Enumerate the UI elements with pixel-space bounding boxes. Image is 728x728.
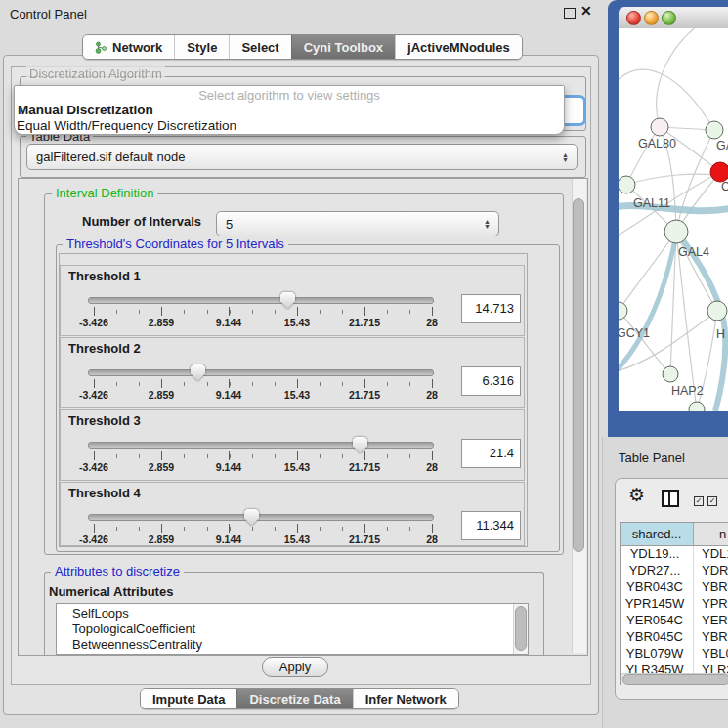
threshold-1-slider-thumb[interactable] [280,292,295,309]
node-hap2 [663,366,678,382]
table-hscrollbar-thumb[interactable] [622,674,728,685]
table-panel-container: ⚙ ✓ ✓ shared... n YDL19... YDL1 YDR27...… [615,478,728,700]
tick-label: 15.43 [268,317,326,328]
gear-icon[interactable]: ⚙ [628,484,645,506]
tab-network[interactable]: Network [83,35,174,59]
node-label: H [716,327,725,341]
node-label: GAL4 [678,245,709,259]
tick-label: 21.715 [335,534,394,545]
table-cell[interactable]: YLR345W [621,663,689,673]
threshold-4-slider-track[interactable] [88,514,434,521]
table-cell[interactable]: YBR045C [621,629,689,644]
tab-impute-data[interactable]: Impute Data [141,689,236,708]
settings-vscrollbar-thumb[interactable] [573,198,584,552]
network-window-titlebar[interactable] [619,7,728,29]
tab-infer-network[interactable]: Infer Network [353,689,458,708]
tick-label: 9.144 [199,534,258,545]
tick-label: 9.144 [199,389,258,401]
minimize-traffic-light-icon[interactable] [644,11,659,25]
node-label: GA [716,139,728,152]
list-item[interactable]: TopologicalCoefficient [57,621,528,637]
table-cell[interactable]: YPR1 [702,596,728,611]
tick-label: 9.144 [199,317,258,328]
tab-jactivemnodules[interactable]: jActiveMNodules [395,35,522,59]
network-canvas[interactable]: GAL80 GA C GAL11 GAL4 GCY1 H HAP2 [619,28,728,411]
tick-label: 2.859 [132,461,191,473]
tab-select[interactable]: Select [229,35,290,59]
threshold-1-value-field[interactable]: 14.713 [461,294,521,323]
threshold-2-value-field[interactable]: 6.316 [461,366,521,396]
tick-label: 21.715 [335,317,394,328]
node-label: C [721,180,728,193]
node-gal80 [651,118,668,136]
tick-label: 28 [403,534,461,545]
table-data-combo[interactable]: galFiltered.sif default node ▲▼ [26,144,578,170]
node-label: GCY1 [619,326,650,340]
attributes-vscrollbar-thumb[interactable] [515,606,527,651]
node-red [710,162,728,182]
threshold-3-slider-track[interactable] [88,442,434,449]
table-cell[interactable]: YDR2 [702,563,728,578]
threshold-2-slider-track[interactable] [88,369,434,376]
threshold-2-slider-thumb[interactable] [191,364,205,381]
column-header-name-label: n [719,523,726,545]
dropdown-option-manual[interactable]: Manual Discretization [15,103,564,117]
table-cell[interactable]: YPR145W [621,596,689,611]
threshold-4-slider-thumb[interactable] [244,509,259,526]
close-traffic-light-icon[interactable] [626,11,641,25]
table-data-combo-value: galFiltered.sif default node [27,150,559,164]
threshold-2-label: Threshold 2 [68,341,141,356]
tab-style[interactable]: Style [174,35,229,59]
tab-cyni-toolbox[interactable]: Cyni Toolbox [291,35,395,59]
algorithm-dropdown-popup: Select algorithm to view settings Manual… [14,85,565,135]
tick-label: 2.859 [132,534,191,545]
tab-impute-data-label: Impute Data [152,692,225,707]
dropdown-option-equal-width[interactable]: Equal Width/Frequency Discretization [15,118,564,133]
table-cell[interactable]: YBR0 [702,579,728,594]
thresholds-group-title: Threshold's Coordinates for 5 Intervals [63,237,288,251]
threshold-panel-2: Threshold 2 -3.426 2.859 9.144 15.43 21.… [60,337,525,408]
tick-label: 15.43 [268,534,326,545]
threshold-3-value-field[interactable]: 21.4 [461,439,521,468]
tab-style-label: Style [187,40,217,55]
list-item[interactable]: BetweennessCentrality [57,637,528,653]
column-header-name[interactable]: n [694,523,728,546]
tab-infer-network-label: Infer Network [365,692,447,707]
tab-select-label: Select [241,40,278,55]
tick-label: -3.426 [64,461,123,473]
zoom-traffic-light-icon[interactable] [662,11,676,25]
tick-label: 9.144 [199,461,258,473]
attributes-group-title: Attributes to discretize [51,565,184,578]
threshold-3-label: Threshold 3 [68,413,141,428]
minor-ticks [94,310,433,314]
float-window-icon[interactable] [564,8,576,19]
table-cell[interactable]: YBL079W [621,646,689,661]
control-panel-titlebar: Control Panel ✕ [0,0,606,27]
column-header-shared-name[interactable]: shared... [621,523,694,546]
tab-network-label: Network [112,40,162,55]
num-intervals-combo[interactable]: 5 ▲▼ [216,211,499,236]
list-item[interactable]: SelfLoops [57,604,528,621]
tick-label: 15.43 [268,461,326,473]
table-cell[interactable]: YER0 [702,613,728,627]
table-cell[interactable]: YDL19... [621,546,689,561]
table-cell[interactable]: YDL1 [702,546,728,561]
threshold-panel-4: Threshold 4 -3.426 2.859 9.144 15.43 21.… [60,482,525,546]
minor-ticks [94,454,433,458]
dropdown-placeholder: Select algorithm to view settings [15,86,564,103]
table-cell[interactable]: YBR043C [621,579,689,594]
table-cell[interactable]: YBL0 [702,646,728,661]
threshold-4-value-field[interactable]: 11.344 [461,511,521,540]
table-cell[interactable]: YLR3 [702,663,728,673]
table-cell[interactable]: YBR0 [702,629,728,644]
table-cell[interactable]: YER054C [621,613,689,627]
network-graph: GAL80 GA C GAL11 GAL4 GCY1 H HAP2 [619,28,728,411]
close-icon[interactable]: ✕ [580,3,592,19]
tab-discretize-data[interactable]: Discretize Data [236,689,352,708]
table-cell[interactable]: YDR27... [621,563,689,578]
apply-button[interactable]: Apply [262,657,328,677]
threshold-1-slider-track[interactable] [88,297,434,304]
select-none-checkbox-icon[interactable]: ✓ [707,496,717,506]
column-view-icon[interactable] [662,490,679,507]
select-all-checkbox-icon[interactable]: ✓ [694,496,704,506]
